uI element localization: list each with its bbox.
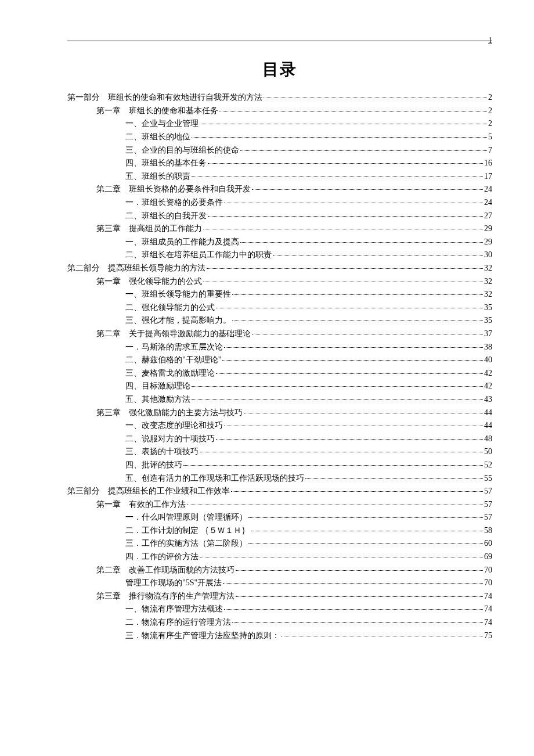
toc-entry-page: 16 xyxy=(484,159,492,167)
toc-entry: 第二章关于提高领导激励能力的基础理论37 xyxy=(67,327,492,341)
toc-leader-dots xyxy=(216,308,483,308)
toc-entry: 二、班组长的自我开发27 xyxy=(67,209,492,222)
toc-entry-prefix: 第三章 xyxy=(96,224,121,233)
toc-entry-label: 三、强化才能，提高影响力。 xyxy=(125,316,231,325)
toc-entry-label: 第一章强化领导能力的公式 xyxy=(96,278,202,286)
toc-entry-text: 强化激励能力的主要方法与技巧 xyxy=(129,408,243,417)
toc-leader-dots xyxy=(264,98,487,98)
toc-leader-dots xyxy=(248,543,483,544)
toc-entry-label: 二、强化领导能力的公式 xyxy=(125,304,215,312)
toc-entry-prefix: 三、 xyxy=(125,316,142,325)
toc-entry-page: 32 xyxy=(484,290,492,298)
toc-entry: 第一章班组长的使命和基本任务2 xyxy=(67,105,492,118)
toc-entry-page: 43 xyxy=(484,395,492,404)
toc-leader-dots xyxy=(232,622,483,623)
toc-entry-prefix: 五、 xyxy=(125,395,142,404)
toc-entry-page: 24 xyxy=(484,185,492,193)
toc-entry-prefix: 五、 xyxy=(125,172,142,181)
toc-entry-page: 69 xyxy=(484,553,492,561)
toc-entry-label: 第一章有效的工作方法 xyxy=(96,501,186,509)
toc-entry-label: 四、批评的技巧 xyxy=(125,461,182,469)
toc-entry-prefix: 一、 xyxy=(125,604,142,613)
toc-leader-dots xyxy=(222,360,483,361)
toc-entry-text: 赫兹伯格的"干劲理论" xyxy=(142,355,221,364)
toc-entry-text: 有效的工作方法 xyxy=(129,500,186,509)
toc-entry-prefix: 三、 xyxy=(125,369,142,377)
toc-entry-text: 批评的技巧 xyxy=(142,460,182,469)
toc-entry: 三、强化才能，提高影响力。35 xyxy=(67,314,492,327)
toc-entry: 一、改变态度的理论和技巧44 xyxy=(67,419,492,433)
toc-entry-text: 班组长在培养组员工作能力中的职责 xyxy=(142,250,272,259)
toc-entry-text: 推行物流有序的生产管理方法 xyxy=(129,592,234,600)
toc-entry: 二、班组长的地位5 xyxy=(67,131,492,144)
toc-entry-page: 2 xyxy=(488,93,492,102)
toc-entry-page: 2 xyxy=(488,120,492,128)
toc-entry-page: 7 xyxy=(488,146,492,154)
toc-entry-text: 麦格雷戈的激励理论 xyxy=(142,369,215,377)
toc-entry-page: 44 xyxy=(484,422,492,430)
toc-entry-page: 35 xyxy=(484,304,492,312)
document-page: 1 目录 第一部分班组长的使命和有效地进行自我开发的方法2第一章班组长的使命和基… xyxy=(0,0,534,756)
toc-entry-prefix: 二、 xyxy=(125,211,142,220)
toc-entry-page: 74 xyxy=(484,592,492,600)
toc-leader-dots xyxy=(231,491,483,492)
toc-entry-text: 班组长的地位 xyxy=(142,132,190,141)
toc-entry-page: 44 xyxy=(484,409,492,417)
toc-entry: 二、说服对方的十项技巧48 xyxy=(67,432,492,445)
page-number: 1 xyxy=(488,36,492,45)
toc-entry: 五、创造有活力的工作现场和工作活跃现场的技巧55 xyxy=(67,471,492,485)
toc-entry-prefix: 四． xyxy=(125,552,142,561)
toc-entry-text: 物流有序的运行管理方法 xyxy=(142,618,231,627)
toc-entry-prefix: 三． xyxy=(125,539,142,548)
toc-entry-text: 工作计划的制定 ｛５Ｗ１Ｈ｝ xyxy=(142,526,250,535)
toc-entry-text: 提高班组长领导能力的方法 xyxy=(108,264,205,272)
toc-entry-text: 其他激励方法 xyxy=(142,395,190,404)
toc-entry-label: 三．物流有序生产管理方法应坚持的原则： xyxy=(125,632,280,640)
toc-entry-page: 60 xyxy=(484,539,492,548)
toc-leader-dots xyxy=(236,570,483,571)
toc-entry-prefix: 五、 xyxy=(125,474,142,483)
toc-entry-page: 75 xyxy=(484,632,492,640)
toc-entry-prefix: 二、 xyxy=(125,355,142,364)
toc-entry: 第二章改善工作现场面貌的方法技巧70 xyxy=(67,563,492,577)
toc-leader-dots xyxy=(240,150,487,151)
toc-entry-label: 五、班组长的职责 xyxy=(125,172,190,181)
toc-entry-label: 一．马斯洛的需求五层次论 xyxy=(125,343,223,351)
toc-entry-text: 班组成员的工作能力及提高 xyxy=(142,237,239,246)
toc-entry-page: 57 xyxy=(484,513,492,521)
toc-entry-label: 第三章推行物流有序的生产管理方法 xyxy=(96,592,234,600)
toc-entry: 第二部分提高班组长领导能力的方法32 xyxy=(67,262,492,275)
toc-entry: 第一章强化领导能力的公式32 xyxy=(67,275,492,288)
toc-entry-label: 二、班组长在培养组员工作能力中的职责 xyxy=(125,251,272,259)
toc-entry-page: 38 xyxy=(484,343,492,351)
toc-entry-text: 班组长的使命和有效地进行自我开发的方法 xyxy=(108,93,262,102)
toc-leader-dots xyxy=(187,505,483,505)
toc-entry: 三．工作的实施方法（第二阶段）60 xyxy=(67,537,492,550)
toc-entry: 第三章强化激励能力的主要方法与技巧44 xyxy=(67,406,492,419)
toc-entry-label: 二、赫兹伯格的"干劲理论" xyxy=(125,356,221,364)
toc-entry: 五、其他激励方法43 xyxy=(67,393,492,406)
toc-entry-page: 48 xyxy=(484,435,492,443)
toc-entry-prefix: 第一章 xyxy=(96,277,121,286)
toc-entry: 四、班组长的基本任务16 xyxy=(67,157,492,170)
toc-entry-page: 29 xyxy=(484,238,492,246)
toc-entry-page: 70 xyxy=(484,579,492,587)
toc-entry-page: 70 xyxy=(484,566,492,574)
toc-entry-page: 42 xyxy=(484,369,492,377)
toc-entry-text: 企业的目的与班组长的使命 xyxy=(142,146,239,154)
toc-entry-text: 班组长的自我开发 xyxy=(142,211,207,220)
top-rule xyxy=(67,41,492,41)
toc-entry-page: 42 xyxy=(484,382,492,390)
toc-leader-dots xyxy=(224,203,483,203)
toc-leader-dots xyxy=(216,439,483,440)
toc-entry-prefix: 一、 xyxy=(125,237,142,246)
toc-entry: 四、目标激励理论42 xyxy=(67,380,492,393)
toc-leader-dots xyxy=(244,413,483,413)
toc-entry-label: 第三章提高组员的工作能力 xyxy=(96,225,202,233)
toc-entry-prefix: 二、 xyxy=(125,434,142,443)
toc-leader-dots xyxy=(203,229,483,229)
toc-entry: 第一部分班组长的使命和有效地进行自我开发的方法2 xyxy=(67,91,492,105)
toc-entry: 第一章有效的工作方法57 xyxy=(67,498,492,511)
toc-entry-label: 一、班组长领导能力的重要性 xyxy=(125,290,231,298)
toc-entry-text: 物流有序生产管理方法应坚持的原则： xyxy=(142,631,280,640)
